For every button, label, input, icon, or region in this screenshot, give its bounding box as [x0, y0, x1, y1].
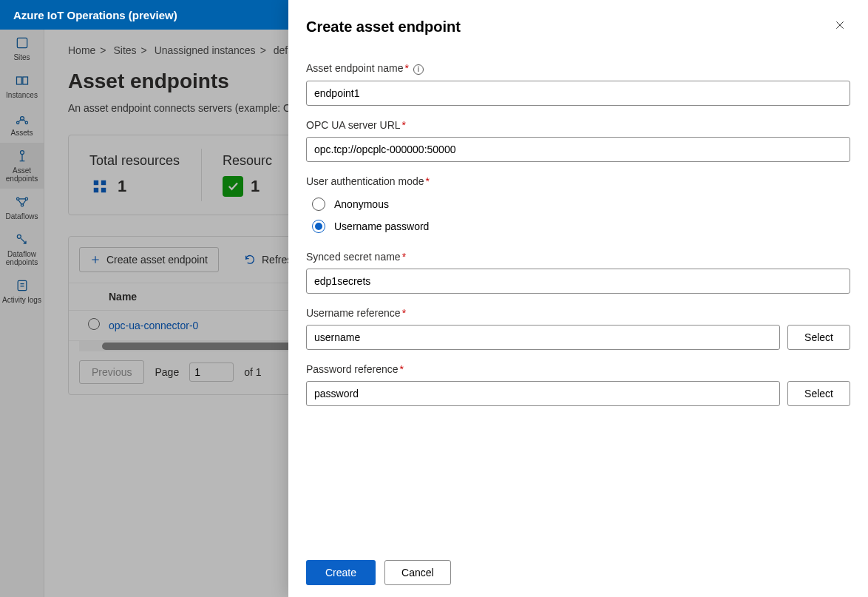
- close-icon[interactable]: [830, 15, 850, 38]
- radio-label: Username password: [334, 220, 429, 232]
- cancel-button[interactable]: Cancel: [384, 560, 451, 585]
- server-url-input[interactable]: [306, 137, 850, 162]
- info-icon[interactable]: i: [413, 64, 424, 75]
- password-select-button[interactable]: Select: [787, 381, 850, 406]
- username-ref-label: Username reference*: [306, 307, 850, 319]
- password-ref-label: Password reference*: [306, 363, 850, 375]
- secret-name-input[interactable]: [306, 269, 850, 294]
- auth-mode-label: User authentication mode*: [306, 175, 850, 187]
- secret-name-label: Synced secret name*: [306, 251, 850, 263]
- username-ref-input[interactable]: [306, 325, 780, 350]
- username-select-button[interactable]: Select: [787, 325, 850, 350]
- endpoint-name-input[interactable]: [306, 81, 850, 106]
- endpoint-name-label: Asset endpoint name*i: [306, 62, 850, 75]
- server-url-label: OPC UA server URL*: [306, 119, 850, 131]
- panel-title: Create asset endpoint: [306, 18, 461, 36]
- radio-label: Anonymous: [334, 198, 389, 210]
- create-endpoint-panel: Create asset endpoint Asset endpoint nam…: [288, 0, 868, 597]
- auth-anonymous-radio[interactable]: Anonymous: [306, 193, 850, 215]
- create-button[interactable]: Create: [306, 560, 376, 585]
- brand-title: Azure IoT Operations (preview): [13, 9, 177, 21]
- auth-username-password-radio[interactable]: Username password: [306, 215, 850, 237]
- password-ref-input[interactable]: [306, 381, 780, 406]
